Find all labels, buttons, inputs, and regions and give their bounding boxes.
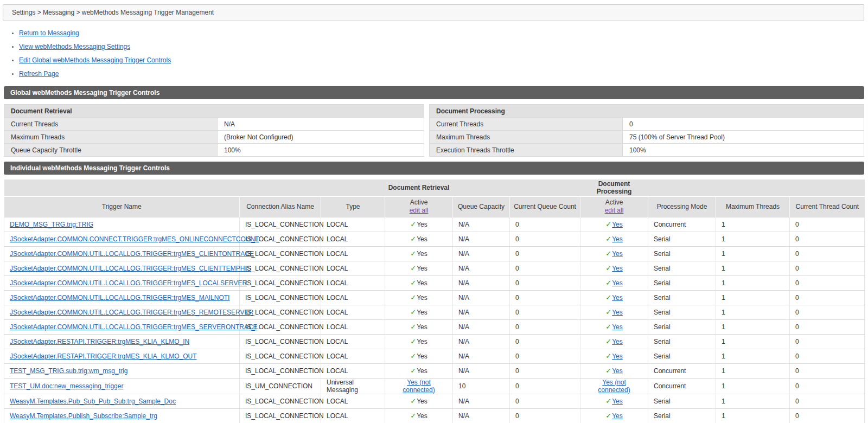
processing-active-link[interactable]: Yes [612, 294, 623, 302]
trigger-name-link[interactable]: JSocketAdapter.COMMON.UTIL.LOCALLOG.TRIG… [10, 265, 251, 272]
trigger-row: JSocketAdapter.COMMON.UTIL.LOCALLOG.TRIG… [4, 275, 865, 290]
trigger-name-link[interactable]: JSocketAdapter.RESTAPI.TRIGGER:trgMES_KL… [10, 338, 189, 345]
processing-active-link[interactable]: Yes [612, 338, 623, 345]
nav-list-item: Return to Messaging [19, 29, 864, 37]
trigger-name-link[interactable]: WeasyM.Templates.Publish_Subscribe:Sampl… [10, 412, 157, 420]
current-thread-count-cell: 0 [790, 378, 865, 394]
retrieval-active-link: Yes [417, 309, 427, 316]
trigger-name-cell: DEMO_MSG_TRG.trig:TRIG [4, 217, 240, 232]
current-thread-count-cell: 0 [790, 217, 865, 232]
type-cell: LOCAL [321, 334, 385, 349]
field-value: 100% [623, 144, 864, 157]
retrieval-active-link[interactable]: Yes (not connected) [403, 379, 435, 394]
check-icon: ✓ [605, 293, 611, 302]
processing-active-link[interactable]: Yes [612, 367, 623, 375]
maximum-threads-cell: 1 [716, 378, 790, 394]
processing-active-link[interactable]: Yes [612, 265, 623, 272]
edit-all-processing-link[interactable]: edit all [605, 207, 624, 214]
processing-section-title: Document Processing [430, 105, 864, 118]
processing-active-link[interactable]: Yes [612, 221, 623, 228]
processing-active-link[interactable]: Yes [612, 398, 623, 405]
check-icon: ✓ [605, 249, 611, 258]
trigger-name-link[interactable]: WeasyM.Templates.Pub_Sub_Pub_Sub:trg_Sam… [10, 398, 176, 405]
trigger-name-cell: JSocketAdapter.COMMON.UTIL.LOCALLOG.TRIG… [4, 290, 240, 305]
retrieval-active-link: Yes [417, 250, 427, 258]
trigger-name-link[interactable]: JSocketAdapter.COMMON.UTIL.LOCALLOG.TRIG… [10, 323, 258, 331]
trigger-name-link[interactable]: TEST_UM.doc:new_messaging_trigger [10, 382, 123, 390]
processing-active-link[interactable]: Yes (not connected) [598, 379, 630, 394]
check-icon: ✓ [605, 337, 611, 345]
retrieval-active-cell: Yes (not connected) [385, 378, 453, 394]
nav-link[interactable]: Edit Global webMethods Messaging Trigger… [19, 56, 171, 64]
retrieval-active-link: Yes [417, 235, 427, 243]
current-queue-count-cell: 0 [510, 394, 580, 408]
processing-mode-cell: Concurrent [648, 363, 716, 378]
nav-link[interactable]: Refresh Page [19, 70, 59, 78]
trigger-row: DEMO_MSG_TRG.trig:TRIGIS_LOCAL_CONNECTIO… [4, 217, 865, 232]
processing-active-link[interactable]: Yes [612, 412, 623, 420]
field-value: 75 (100% of Server Thread Pool) [623, 131, 864, 144]
current-thread-count-cell: 0 [790, 394, 865, 408]
retrieval-active-cell: ✓Yes [385, 363, 453, 378]
trigger-name-link[interactable]: JSocketAdapter.COMMON.UTIL.LOCALLOG.TRIG… [10, 309, 253, 316]
type-cell: LOCAL [321, 275, 385, 290]
connection-alias-cell: IS_LOCAL_CONNECTION [240, 275, 321, 290]
trigger-row: TEST_UM.doc:new_messaging_triggerIS_UM_C… [4, 378, 865, 394]
queue-capacity-cell: N/A [453, 363, 510, 378]
maximum-threads-cell: 1 [716, 261, 790, 275]
queue-capacity-cell: N/A [453, 290, 510, 305]
trigger-name-cell: JSocketAdapter.COMMON.UTIL.LOCALLOG.TRIG… [4, 246, 240, 261]
processing-active-link[interactable]: Yes [612, 323, 623, 331]
maximum-threads-cell: 1 [716, 319, 790, 334]
retrieval-active-link: Yes [417, 265, 427, 272]
nav-list-item: Refresh Page [19, 70, 864, 78]
type-cell: LOCAL [321, 408, 385, 423]
trigger-name-link[interactable]: TEST_MSG_TRIG.sub.trig:wm_msg_trig [10, 367, 127, 375]
trigger-name-link[interactable]: JSocketAdapter.COMMON.CONNECT.TRIGGER:tr… [10, 235, 259, 243]
processing-active-link[interactable]: Yes [612, 309, 623, 316]
trigger-name-link[interactable]: JSocketAdapter.RESTAPI.TRIGGER:trgMES_KL… [10, 352, 197, 360]
trigger-row: WeasyM.Templates.Pub_Sub_Pub_Sub:trg_Sam… [4, 394, 865, 408]
processing-active-cell: ✓Yes [580, 246, 648, 261]
trigger-name-cell: JSocketAdapter.COMMON.CONNECT.TRIGGER:tr… [4, 232, 240, 246]
check-icon: ✓ [410, 352, 416, 360]
maximum-threads-cell: 1 [716, 394, 790, 408]
trigger-name-link[interactable]: JSocketAdapter.COMMON.UTIL.LOCALLOG.TRIG… [10, 294, 229, 302]
processing-active-cell: ✓Yes [580, 305, 648, 319]
retrieval-active-link: Yes [417, 398, 427, 405]
type-cell: LOCAL [321, 246, 385, 261]
current-thread-count-cell: 0 [790, 319, 865, 334]
processing-active-link[interactable]: Yes [612, 250, 623, 258]
connection-alias-cell: IS_LOCAL_CONNECTION [240, 305, 321, 319]
check-icon: ✓ [410, 220, 416, 228]
processing-mode-cell: Serial [648, 408, 716, 423]
check-icon: ✓ [605, 308, 611, 316]
trigger-name-link[interactable]: JSocketAdapter.COMMON.UTIL.LOCALLOG.TRIG… [10, 250, 254, 258]
trigger-row: WeasyM.Templates.Publish_Subscribe:Sampl… [4, 408, 865, 423]
queue-capacity-cell: N/A [453, 246, 510, 261]
retrieval-active-link: Yes [417, 279, 427, 287]
nav-links: Return to MessagingView webMethods Messa… [10, 29, 864, 78]
processing-active-link[interactable]: Yes [612, 235, 623, 243]
type-cell: LOCAL [321, 394, 385, 408]
retrieval-active-link: Yes [417, 412, 427, 420]
nav-link[interactable]: Return to Messaging [19, 29, 79, 37]
nav-link[interactable]: View webMethods Messaging Settings [19, 43, 130, 50]
check-icon: ✓ [410, 412, 416, 420]
processing-mode-cell: Serial [648, 275, 716, 290]
retrieval-active-link: Yes [417, 323, 427, 331]
processing-active-cell: ✓Yes [580, 275, 648, 290]
check-icon: ✓ [410, 323, 416, 331]
retrieval-section-title: Document Retrieval [4, 105, 424, 118]
check-icon: ✓ [410, 337, 416, 345]
edit-all-retrieval-link[interactable]: edit all [410, 207, 429, 214]
current-thread-count-cell: 0 [790, 232, 865, 246]
processing-active-link[interactable]: Yes [612, 352, 623, 360]
processing-active-cell: ✓Yes [580, 408, 648, 423]
processing-active-link[interactable]: Yes [612, 279, 623, 287]
check-icon: ✓ [410, 367, 416, 375]
col-connection-alias: Connection Alias Name [240, 196, 321, 217]
trigger-name-link[interactable]: JSocketAdapter.COMMON.UTIL.LOCALLOG.TRIG… [10, 279, 247, 287]
trigger-name-link[interactable]: DEMO_MSG_TRG.trig:TRIG [10, 221, 93, 228]
field-label: Maximum Threads [4, 131, 218, 144]
